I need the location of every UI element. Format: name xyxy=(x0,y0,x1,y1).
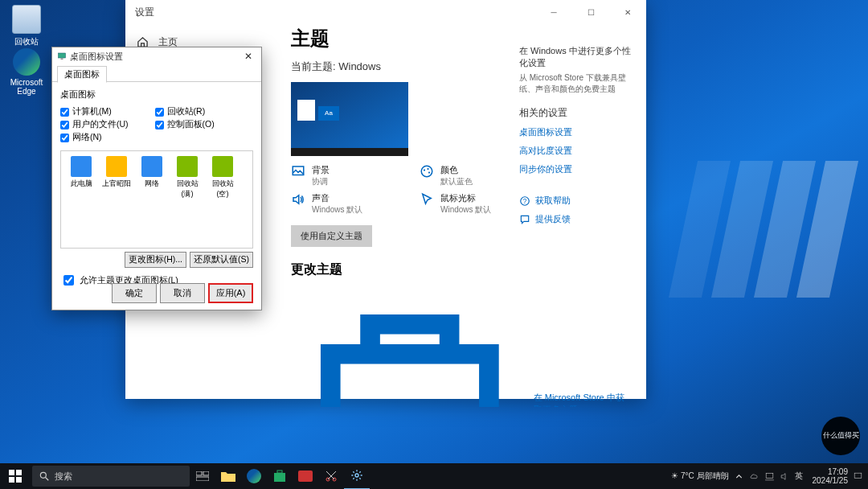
svg-rect-10 xyxy=(16,470,22,475)
link-sync[interactable]: 同步你的设置 xyxy=(519,163,632,175)
svg-rect-16 xyxy=(203,471,209,475)
scissors-icon xyxy=(325,470,338,483)
svg-text:?: ? xyxy=(523,197,527,204)
monitor-icon xyxy=(57,51,67,61)
side-section-related: 相关的设置 xyxy=(519,106,632,120)
folder-icon xyxy=(221,471,235,482)
system-tray: ☀ 7°C 局部晴朗 英 17:092024/1/25 xyxy=(671,467,868,485)
wallpaper-windows-logo xyxy=(683,161,844,298)
close-button[interactable]: ✕ xyxy=(609,0,646,24)
check-user[interactable]: 用户的文件(U) xyxy=(60,118,155,131)
check-computer[interactable]: 计算机(M) xyxy=(60,105,155,118)
taskview-icon xyxy=(196,471,209,481)
desktop-icon-label: 回收站 xyxy=(14,37,39,46)
svg-rect-25 xyxy=(854,473,862,479)
ok-button[interactable]: 确定 xyxy=(112,283,157,303)
window-controls: ─ ☐ ✕ xyxy=(535,0,646,24)
dialog-tabs: 桌面图标 xyxy=(52,65,261,82)
link-high-contrast[interactable]: 高对比度设置 xyxy=(519,145,632,157)
check-recycle[interactable]: 回收站(R) xyxy=(155,105,250,118)
taskbar-app-edge[interactable] xyxy=(241,463,267,489)
taskbar-app-settings[interactable] xyxy=(344,462,370,489)
onedrive-icon[interactable] xyxy=(749,471,760,482)
chevron-up-icon[interactable] xyxy=(734,471,744,482)
svg-rect-7 xyxy=(59,53,66,58)
check-control[interactable]: 控制面板(O) xyxy=(155,118,250,131)
link-desktop-icons[interactable]: 桌面图标设置 xyxy=(519,126,632,138)
link-feedback[interactable]: 提供反馈 xyxy=(519,213,632,225)
minimize-button[interactable]: ─ xyxy=(535,0,572,24)
attr-sound[interactable]: 声音Windows 默认 xyxy=(291,192,395,216)
attr-background[interactable]: 背景协调 xyxy=(291,164,395,187)
change-theme-heading: 更改主题 xyxy=(291,261,628,278)
watermark-smzdm: 什么值得买 xyxy=(821,417,860,455)
taskbar-app-store[interactable] xyxy=(267,463,293,489)
dialog-close-button[interactable]: ✕ xyxy=(240,51,256,62)
sound-icon xyxy=(291,192,305,207)
svg-point-22 xyxy=(355,474,358,477)
attr-cursor[interactable]: 鼠标光标Windows 默认 xyxy=(420,192,524,216)
change-icon-button[interactable]: 更改图标(H)... xyxy=(125,252,186,268)
side-heading: 在 Windows 中进行更多个性化设置 xyxy=(519,45,632,69)
icon-glyph xyxy=(106,156,127,177)
store-icon xyxy=(291,285,529,407)
restore-defaults-button[interactable]: 还原默认值(S) xyxy=(190,252,253,268)
desktop-icon-recycle-bin[interactable]: 回收站 xyxy=(5,5,48,47)
svg-rect-18 xyxy=(274,473,285,482)
cancel-button[interactable]: 取消 xyxy=(160,283,205,303)
check-network[interactable]: 网络(N) xyxy=(60,131,155,144)
weather-widget[interactable]: ☀ 7°C 局部晴朗 xyxy=(671,471,728,482)
notification-icon[interactable] xyxy=(853,471,863,482)
preview-icon[interactable]: 上官昭阳 xyxy=(101,156,132,243)
taskbar-app-explorer[interactable] xyxy=(215,463,241,489)
custom-theme-button[interactable]: 使用自定义主题 xyxy=(291,225,372,247)
preview-icon[interactable]: 网络 xyxy=(137,156,167,243)
attr-color[interactable]: 颜色默认蓝色 xyxy=(420,164,524,187)
svg-point-4 xyxy=(428,171,430,173)
picture-icon xyxy=(291,164,305,179)
link-help[interactable]: ?获取帮助 xyxy=(519,195,632,207)
preview-icon[interactable]: 回收站(满) xyxy=(172,156,203,243)
desktop-icon-edge[interactable]: Microsoft Edge xyxy=(5,48,48,96)
windows-icon xyxy=(9,470,22,483)
group-label: 桌面图标 xyxy=(60,88,253,101)
edge-icon xyxy=(247,469,261,483)
svg-rect-11 xyxy=(9,477,14,483)
svg-rect-19 xyxy=(277,471,282,473)
icon-preview-box: 此电脑上官昭阳网络回收站(满)回收站(空) xyxy=(60,150,253,249)
preview-icon[interactable]: 此电脑 xyxy=(66,156,96,243)
apply-button[interactable]: 应用(A) xyxy=(208,283,253,303)
cursor-icon xyxy=(420,192,434,207)
svg-rect-23 xyxy=(766,473,773,478)
taskbar-app-snip[interactable] xyxy=(318,463,344,489)
preview-icon[interactable]: 回收站(空) xyxy=(207,156,238,243)
volume-icon[interactable] xyxy=(780,471,790,482)
network-icon[interactable] xyxy=(764,471,775,482)
search-placeholder: 搜索 xyxy=(55,471,72,483)
svg-point-1 xyxy=(421,166,432,177)
edge-icon xyxy=(13,48,40,76)
media-icon xyxy=(298,471,313,482)
dialog-titlebar[interactable]: 桌面图标设置 ✕ xyxy=(52,47,261,65)
taskbar: 搜索 ☀ 7°C 局部晴朗 英 17:092024/1/25 xyxy=(0,463,868,489)
svg-rect-9 xyxy=(9,470,14,475)
taskbar-search[interactable]: 搜索 xyxy=(32,466,190,487)
taskbar-app-media[interactable] xyxy=(293,463,318,489)
start-button[interactable] xyxy=(0,463,31,489)
side-sub: 从 Microsoft Store 下载兼具壁纸、声音和颜色的免费主题 xyxy=(519,72,632,95)
ime-indicator[interactable]: 英 xyxy=(795,471,803,482)
store-icon xyxy=(273,470,286,483)
taskbar-clock[interactable]: 17:092024/1/25 xyxy=(813,467,849,485)
icon-glyph xyxy=(177,156,198,177)
svg-point-3 xyxy=(427,168,428,170)
icon-glyph xyxy=(71,156,92,177)
maximize-button[interactable]: ☐ xyxy=(572,0,609,24)
theme-preview[interactable]: Aa xyxy=(291,82,408,156)
settings-side-column: 在 Windows 中进行更多个性化设置 从 Microsoft Store 下… xyxy=(519,45,632,232)
store-link[interactable]: 在 Microsoft Store 中获取更多主题 xyxy=(291,285,628,407)
desktop: 回收站 Microsoft Edge 设置 ─ ☐ ✕ 主页 主题 当前主题: … xyxy=(0,0,868,489)
icon-glyph xyxy=(141,156,162,177)
tab-desktop-icons[interactable]: 桌面图标 xyxy=(57,66,107,83)
svg-rect-15 xyxy=(196,471,202,475)
taskview-button[interactable] xyxy=(190,463,215,489)
